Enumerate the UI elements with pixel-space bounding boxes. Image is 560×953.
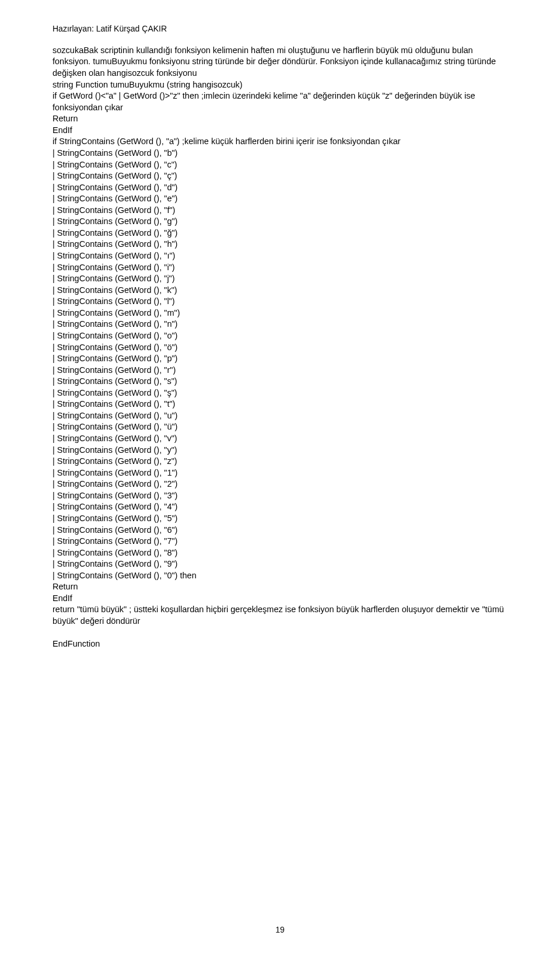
code-line: | StringContains (GetWord (), "s") [52,376,508,388]
code-line: | StringContains (GetWord (), "d") [52,182,508,194]
code-line: | StringContains (GetWord (), "l") [52,296,508,308]
code-line: | StringContains (GetWord (), "h") [52,239,508,250]
code-line: EndFunction [52,638,508,650]
code-line: | StringContains (GetWord (), "m") [52,308,508,319]
code-line: Return [52,113,508,125]
code-line: | StringContains (GetWord (), "0") then [52,570,508,582]
code-line: | StringContains (GetWord (), "f") [52,205,508,217]
code-line [52,627,508,639]
code-line: | StringContains (GetWord (), "ü") [52,421,508,433]
page-number: 19 [0,924,560,935]
code-line: Return [52,581,508,593]
code-line: | StringContains (GetWord (), "g") [52,216,508,228]
code-line: | StringContains (GetWord (), "z") [52,456,508,467]
code-line: | StringContains (GetWord (), "ö") [52,342,508,354]
code-line: if StringContains (GetWord (), "a") ;kel… [52,136,508,148]
code-line: | StringContains (GetWord (), "o") [52,330,508,342]
code-body: string Function tumuBuyukmu (string hang… [52,79,508,650]
code-line: | StringContains (GetWord (), "2") [52,479,508,490]
code-line: | StringContains (GetWord (), "e") [52,193,508,205]
code-line: | StringContains (GetWord (), "5") [52,513,508,525]
code-line: | StringContains (GetWord (), "u") [52,410,508,422]
code-line: | StringContains (GetWord (), "v") [52,433,508,445]
code-line: | StringContains (GetWord (), "y") [52,445,508,456]
code-line: | StringContains (GetWord (), "c") [52,159,508,171]
document-page: Hazırlayan: Latif Kürşad ÇAKIR sozcukaBa… [0,0,560,953]
code-line: | StringContains (GetWord (), "t") [52,399,508,410]
code-line: EndIf [52,125,508,137]
code-line: | StringContains (GetWord (), "3") [52,490,508,502]
code-line: EndIf [52,593,508,605]
code-line: | StringContains (GetWord (), "j") [52,273,508,285]
code-line: | StringContains (GetWord (), "ş") [52,388,508,399]
code-line: | StringContains (GetWord (), "ç") [52,170,508,182]
code-line: | StringContains (GetWord (), "p") [52,353,508,365]
document-header: Hazırlayan: Latif Kürşad ÇAKIR [52,23,508,34]
code-line: | StringContains (GetWord (), "8") [52,547,508,559]
code-line: | StringContains (GetWord (), "i") [52,262,508,274]
code-line: | StringContains (GetWord (), "n") [52,319,508,330]
code-line: | StringContains (GetWord (), "4") [52,501,508,513]
code-line: | StringContains (GetWord (), "6") [52,525,508,536]
code-line: | StringContains (GetWord (), "b") [52,148,508,159]
code-line: return "tümü büyük" ; üstteki koşullarda… [52,604,508,627]
code-line: | StringContains (GetWord (), "r") [52,365,508,376]
code-line: string Function tumuBuyukmu (string hang… [52,79,508,91]
intro-paragraph: sozcukaBak scriptinin kullandığı fonksiy… [52,45,508,79]
code-line: | StringContains (GetWord (), "ı") [52,250,508,262]
code-line: | StringContains (GetWord (), "7") [52,536,508,547]
code-line: | StringContains (GetWord (), "1") [52,467,508,479]
code-line: | StringContains (GetWord (), "9") [52,558,508,570]
code-line: | StringContains (GetWord (), "ğ") [52,228,508,239]
code-line: | StringContains (GetWord (), "k") [52,285,508,296]
code-line: if GetWord ()<"a" | GetWord ()>"z" then … [52,90,508,113]
